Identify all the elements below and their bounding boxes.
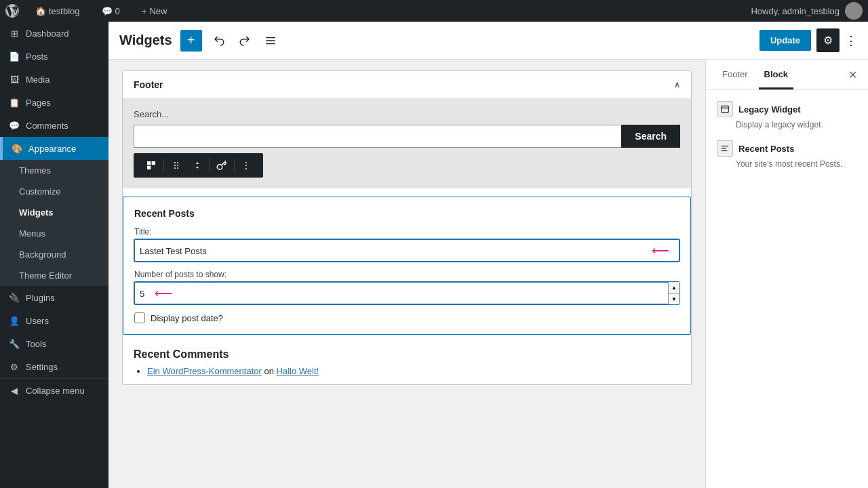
settings-icon: ⚙ (8, 361, 20, 373)
settings-panel-button[interactable]: ⚙ (816, 28, 840, 52)
sidebar-item-tools[interactable]: 🔧 Tools (0, 332, 108, 355)
adminbar-comments[interactable]: 💬 0 (96, 6, 125, 16)
sidebar-item-settings[interactable]: ⚙ Settings (0, 355, 108, 378)
sidebar-collapse[interactable]: ◀ Collapse menu (0, 378, 108, 402)
sidebar-item-customize[interactable]: Customize (0, 181, 108, 202)
title-field-wrapper: Lastet Test Posts ⟵ (134, 239, 679, 262)
howdy-text: Howdy, admin_tesblog (751, 6, 840, 16)
sidebar-item-dashboard[interactable]: ⊞ Dashboard (0, 22, 108, 45)
widget-main-panel: Footer ∧ Search... Search (108, 60, 705, 488)
sidebar-item-appearance[interactable]: 🎨 Appearance (0, 137, 108, 160)
adminbar-new[interactable]: + New (136, 6, 173, 16)
sidebar-label-plugins: Plugins (26, 293, 55, 303)
svg-rect-3 (147, 161, 151, 165)
sidebar-label-theme-editor: Theme Editor (19, 270, 72, 281)
wp-logo[interactable] (5, 4, 19, 18)
adminbar-right: Howdy, admin_tesblog (751, 2, 863, 20)
search-input[interactable] (134, 125, 621, 148)
block-item-legacy-widget[interactable]: Legacy Widget Display a legacy widget. (717, 101, 857, 129)
recent-posts-panel-desc: Your site's most recent Posts. (736, 159, 857, 169)
block-item-recent-posts[interactable]: Recent Posts Your site's most recent Pos… (717, 140, 857, 169)
svg-rect-12 (722, 106, 729, 112)
tab-footer[interactable]: Footer (717, 60, 753, 89)
chevron-up-icon: ∧ (674, 80, 680, 89)
adminbar-site[interactable]: 🏠 testblog (30, 6, 85, 16)
sidebar-item-pages[interactable]: 📋 Pages (0, 91, 108, 114)
comments-icon: 💬 (8, 119, 20, 131)
posts-count-wrapper: 5 ⟵ ▲ ▼ (134, 282, 679, 304)
sidebar-label-appearance: Appearance (28, 144, 76, 154)
plugins-icon: 🔌 (8, 291, 20, 304)
show-date-label[interactable]: Display post date? (151, 313, 223, 323)
list-view-button[interactable] (262, 32, 279, 49)
widget-toolbar: ⋮ (134, 153, 263, 178)
spinner-down[interactable]: ▼ (669, 293, 679, 304)
toolbar-widget-icon-button[interactable] (142, 157, 161, 174)
redo-button[interactable] (236, 32, 254, 49)
tools-icon: 🔧 (8, 338, 20, 350)
svg-point-7 (177, 162, 178, 163)
sidebar-label-menus: Menus (19, 228, 45, 239)
legacy-widget-icon (717, 101, 733, 117)
comment-list: Ein WordPress-Kommentator on Hallo Welt! (134, 366, 680, 376)
svg-rect-4 (152, 161, 155, 165)
toolbar-divider-1 (163, 159, 164, 172)
svg-rect-5 (147, 166, 151, 169)
svg-point-10 (174, 167, 176, 169)
sidebar-label-users: Users (26, 316, 49, 326)
avatar[interactable] (845, 2, 863, 20)
more-options-button[interactable]: ⋮ (845, 33, 857, 48)
recent-posts-panel-title-text: Recent Posts (738, 144, 794, 154)
toolbar-drag-button[interactable] (167, 157, 186, 174)
panel-close-button[interactable]: ✕ (848, 68, 857, 81)
spinner-up[interactable]: ▲ (669, 282, 679, 293)
sidebar-label-media: Media (26, 75, 50, 85)
sidebar-label-settings: Settings (26, 362, 58, 372)
update-button[interactable]: Update (760, 30, 811, 51)
main-content: Widgets + Update ⚙ ⋮ Fo (108, 22, 868, 488)
sidebar-item-menus[interactable]: Menus (0, 223, 108, 244)
sidebar-label-comments: Comments (26, 121, 68, 131)
search-button[interactable]: Search (621, 125, 680, 148)
sidebar-label-widgets: Widgets (19, 207, 53, 218)
panel-tabs: Footer Block ✕ (706, 60, 868, 90)
sidebar-item-themes[interactable]: Themes (0, 160, 108, 181)
sidebar-label-pages: Pages (26, 98, 51, 108)
list-item: Ein WordPress-Kommentator on Hallo Welt! (147, 366, 680, 376)
title-field-label: Title: (134, 227, 679, 237)
tab-block[interactable]: Block (759, 60, 793, 89)
comment-author-link[interactable]: Ein WordPress-Kommentator (147, 366, 262, 376)
sidebar-item-background[interactable]: Background (0, 244, 108, 265)
sidebar-item-media[interactable]: 🖼 Media (0, 68, 108, 91)
add-block-button[interactable]: + (180, 30, 202, 52)
sidebar-item-comments[interactable]: 💬 Comments (0, 114, 108, 137)
toolbar-move-button[interactable] (189, 158, 206, 173)
posts-icon: 📄 (8, 50, 20, 62)
svg-point-11 (177, 167, 178, 169)
appearance-submenu: Themes Customize Widgets Menus Backgroun… (0, 160, 108, 286)
svg-point-8 (174, 165, 176, 166)
search-widget-area: Search... Search (123, 98, 691, 188)
recent-posts-title-input[interactable] (134, 239, 679, 262)
sidebar-item-widgets[interactable]: Widgets (0, 202, 108, 223)
toolbar-transform-button[interactable] (212, 157, 231, 174)
toolbar-more-button[interactable]: ⋮ (237, 157, 255, 174)
posts-count-input[interactable] (134, 282, 679, 304)
sidebar-item-posts[interactable]: 📄 Posts (0, 45, 108, 68)
sidebar-collapse-label: Collapse menu (26, 386, 85, 396)
undo-button[interactable] (210, 32, 228, 49)
sidebar: ⊞ Dashboard 📄 Posts 🖼 Media 📋 Pages 💬 Co… (0, 22, 108, 488)
recent-posts-panel-title: Recent Posts (717, 140, 857, 157)
sidebar-item-theme-editor[interactable]: Theme Editor (0, 265, 108, 286)
sidebar-item-plugins[interactable]: 🔌 Plugins (0, 286, 108, 309)
admin-bar: 🏠 testblog 💬 0 + New Howdy, admin_tesblo… (0, 0, 868, 22)
recent-comments-section: Recent Comments Ein WordPress-Kommentato… (123, 343, 691, 384)
number-spinners: ▲ ▼ (668, 282, 679, 304)
appearance-icon: 🎨 (11, 142, 23, 155)
media-icon: 🖼 (8, 73, 20, 85)
show-date-checkbox[interactable] (134, 312, 145, 323)
footer-accordion-header[interactable]: Footer ∧ (123, 71, 691, 98)
comment-post-link[interactable]: Hallo Welt! (277, 366, 319, 376)
comment-icon: 💬 (102, 6, 113, 16)
sidebar-item-users[interactable]: 👤 Users (0, 309, 108, 332)
